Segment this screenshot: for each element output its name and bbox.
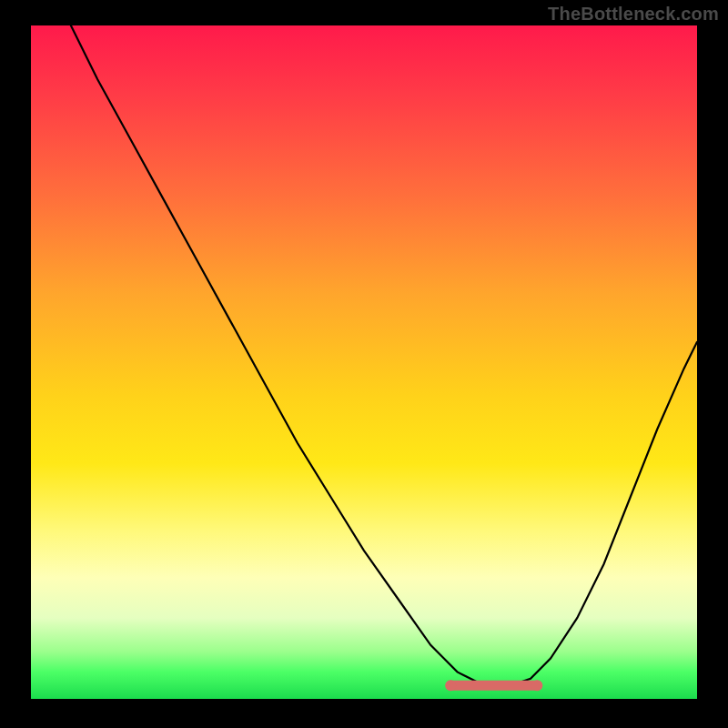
curve-svg bbox=[31, 25, 697, 699]
bottleneck-curve-line bbox=[71, 25, 697, 685]
watermark-text: TheBottleneck.com bbox=[548, 4, 719, 25]
plot-area bbox=[31, 25, 697, 699]
optimal-range-start-dot bbox=[445, 680, 456, 691]
chart-stage: TheBottleneck.com bbox=[0, 0, 728, 728]
optimal-range-end-dot bbox=[531, 680, 542, 691]
